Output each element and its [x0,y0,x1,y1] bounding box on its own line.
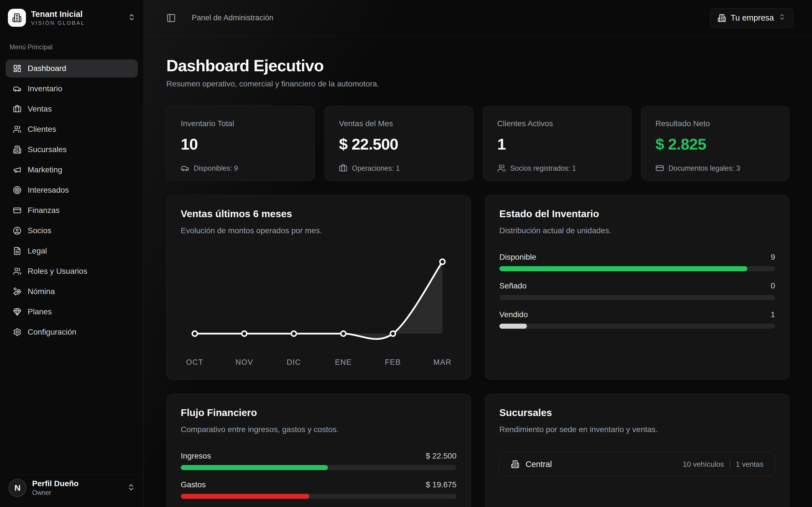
inventory-status-card: Estado del Inventario Distribución actua… [485,195,790,380]
card-title: Estado del Inventario [499,208,775,219]
app-root: Tenant Inicial VISIÓN GLOBAL Menú Princi… [0,0,812,507]
divider [730,460,730,468]
data-point-marker [391,331,396,336]
sidebar-item-socios[interactable]: Socios [6,222,138,240]
users-icon [13,267,21,276]
car-icon [181,164,189,172]
inventory-bars: Disponible9Señado0Vendido1 [499,252,775,329]
sidebar-item-configuracion[interactable]: Configuración [6,323,138,341]
topbar: Panel de Administración Tu empresa [144,0,812,36]
progress-fill [181,465,328,470]
profile-meta: Perfil Dueño Owner [32,479,121,497]
bar-row-senado: Señado0 [499,281,775,300]
stat-footer: Disponibles: 9 [181,164,300,172]
credit-card-icon [13,206,21,215]
sidebar-item-interesados[interactable]: Interesados [6,181,138,199]
stat-label: Ventas del Mes [339,119,458,128]
circle-user-icon [13,226,21,235]
bar-row-vendido: Vendido1 [499,310,775,329]
sidebar-item-label: Interesados [28,186,69,194]
building-icon [13,145,21,154]
bar-label: Disponible [499,252,536,262]
building-icon [718,14,726,22]
bar-value: 1 [770,310,775,319]
data-point-marker [341,331,346,336]
bar-value: $ 19.675 [426,480,456,489]
users-icon [13,125,21,133]
building-icon [13,145,21,154]
progress-fill [181,494,309,499]
stat-card-resultado-neto: Resultado Neto$ 2.825Documentos legales:… [641,106,790,181]
branches-card: Sucursales Rendimiento por sede en inven… [485,394,790,507]
sidebar-item-label: Configuración [28,328,77,337]
card-subtitle: Evolución de montos operados por mes. [181,226,456,235]
card-subtitle: Distribución actual de unidades. [499,226,775,235]
chevrons-up-down-icon [778,13,786,22]
bar-row-gastos: Gastos$ 19.675 [181,480,456,499]
sidebar-item-roles-y-usuarios[interactable]: Roles y Usuarios [6,262,138,280]
profile-switcher[interactable]: N Perfil Dueño Owner [6,474,138,501]
users-icon [13,267,21,276]
stat-footer: Socios registrados: 1 [497,164,617,172]
settings-icon [13,328,21,336]
sidebar-item-label: Sucursales [28,145,67,154]
branch-sales: 1 ventas [736,460,763,469]
bar-value: $ 22.500 [426,452,456,460]
tenant-switcher[interactable]: Tenant Inicial VISIÓN GLOBAL [6,8,138,27]
card-subtitle: Comparativo entre ingresos, gastos y cos… [181,425,456,434]
tenant-subtitle: VISIÓN GLOBAL [31,20,123,26]
sidebar-item-marketing[interactable]: Marketing [6,161,138,179]
x-axis-label: NOV [236,358,253,367]
sidebar-item-ventas[interactable]: Ventas [6,100,138,118]
sidebar-item-planes[interactable]: Planes [6,303,138,321]
data-point-marker [440,259,445,264]
stats-row: Inventario Total10Disponibles: 9Ventas d… [166,106,790,181]
financial-bars: Ingresos$ 22.500Gastos$ 19.675Costos$ 0 [181,452,456,507]
bottom-row: Flujo Financiero Comparativo entre ingre… [166,394,790,507]
chevrons-up-down-icon [128,13,136,22]
branch-row-central: Central10 vehículos1 ventas [499,452,775,476]
file-text-icon [13,247,21,255]
sidebar-item-sucursales[interactable]: Sucursales [6,140,138,159]
sidebar-item-label: Inventario [28,84,62,93]
branch-list: Central10 vehículos1 ventas [499,452,775,476]
sidebar-item-finanzas[interactable]: Finanzas [6,202,138,219]
target-icon [13,186,21,194]
x-axis-label: MAR [434,358,451,367]
sales-chart-card: Ventas últimos 6 meses Evolución de mont… [166,195,471,380]
x-axis-label: FEB [385,358,401,367]
bar-label: Ingresos [181,452,211,460]
users-icon [13,125,21,133]
topbar-title: Panel de Administración [192,13,273,22]
main-area: Panel de Administración Tu empresa Dashb… [144,0,812,507]
bar-value: 0 [770,281,775,290]
sidebar-item-legal[interactable]: Legal [6,242,138,260]
progress-track [499,324,775,329]
sidebar-item-dashboard[interactable]: Dashboard [6,59,138,77]
bar-label: Gastos [181,480,206,489]
progress-track [499,266,775,271]
progress-fill [499,324,527,329]
sidebar-item-nomina[interactable]: Nómina [6,283,138,300]
circle-user-icon [13,226,21,235]
card-title: Flujo Financiero [181,407,456,418]
briefcase-icon [339,164,347,172]
stat-card-ventas-del-mes: Ventas del Mes$ 22.500Operaciones: 1 [324,106,473,181]
tenant-name: Tenant Inicial [31,9,123,19]
card-title: Sucursales [499,407,775,418]
stat-footer-text: Socios registrados: 1 [510,164,576,172]
profile-name: Perfil Dueño [32,479,121,488]
avatar: N [8,479,27,497]
profile-role: Owner [32,489,121,497]
stat-card-clientes-activos: Clientes Activos1Socios registrados: 1 [483,106,631,181]
card-title: Ventas últimos 6 meses [181,208,456,219]
car-icon [13,84,21,93]
menu-section-label: Menú Principal [10,43,138,51]
company-selector-button[interactable]: Tu empresa [710,8,794,28]
page-content: Dashboard Ejecutivo Resumen operativo, c… [144,36,812,507]
credit-card-icon [13,206,21,215]
sidebar-item-clientes[interactable]: Clientes [6,120,138,138]
sidebar-menu: DashboardInventarioVentasClientesSucursa… [6,59,138,341]
sidebar-item-inventario[interactable]: Inventario [6,80,138,98]
sidebar-toggle-button[interactable] [166,13,176,23]
